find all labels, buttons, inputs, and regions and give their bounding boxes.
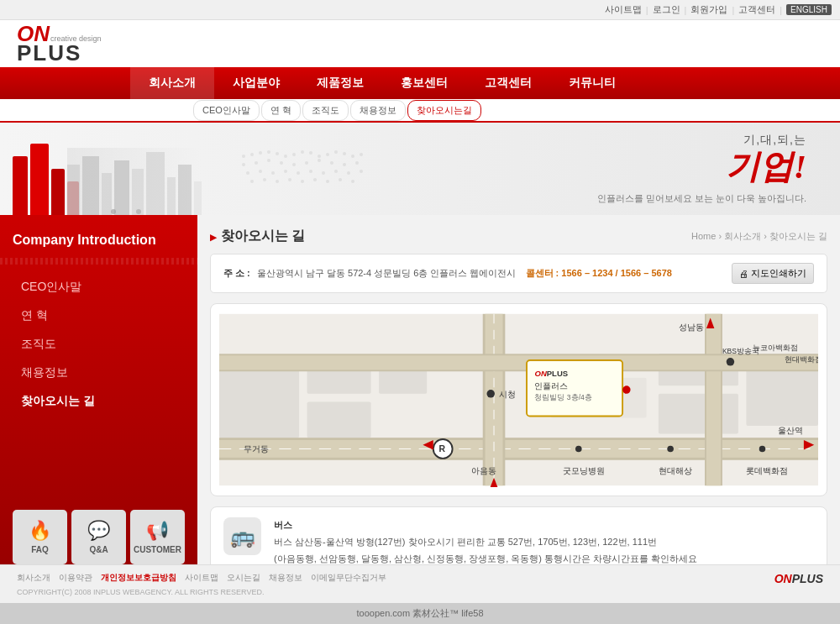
svg-rect-4 (132, 169, 144, 215)
customer-icon: 📢 (146, 520, 169, 542)
svg-point-19 (309, 151, 312, 155)
customer-button[interactable]: 📢 CUSTOMER (130, 510, 185, 564)
world-map-bg (227, 131, 496, 215)
svg-point-32 (318, 159, 321, 162)
footer-terms[interactable]: 이용약관 (59, 572, 92, 585)
address-text: 주 소 : 울산광역시 남구 달동 572-4 성문빌딩 6층 인플러스 웹에이… (223, 267, 672, 280)
nav-support[interactable]: 고객센터 (466, 67, 550, 99)
sub-navigation: CEO인사말 연 혁 조직도 채용정보 찾아오시는길 (0, 99, 840, 123)
subnav-history[interactable]: 연 혁 (261, 100, 301, 121)
subnav-ceo[interactable]: CEO인사말 (193, 100, 260, 121)
breadcrumb: Home › 회사소개 › 찾아오시는 길 (691, 230, 827, 243)
svg-point-45 (360, 170, 363, 173)
sidebar-org[interactable]: 조직도 (0, 330, 197, 359)
footer-sitemap[interactable]: 사이트맵 (185, 572, 218, 585)
svg-point-35 (355, 161, 359, 165)
svg-point-18 (301, 150, 304, 154)
main-content: 찾아오시는 길 Home › 회사소개 › 찾아오시는 길 주 소 : 울산광역… (197, 215, 840, 564)
svg-point-25 (360, 153, 363, 156)
svg-text:아음동: 아음동 (471, 466, 496, 475)
svg-text:굿모닝병원: 굿모닝병원 (563, 466, 605, 475)
svg-point-96 (727, 358, 735, 366)
nav-community[interactable]: 커뮤니티 (550, 67, 634, 99)
svg-text:인플러스: 인플러스 (535, 381, 569, 391)
nav-business[interactable]: 사업분야 (214, 67, 298, 99)
svg-point-21 (326, 153, 329, 156)
footer-nospam[interactable]: 이메일무단수집거부 (311, 572, 386, 585)
svg-point-79 (622, 385, 631, 394)
footer-recruit[interactable]: 채용정보 (269, 572, 302, 585)
svg-point-30 (292, 163, 296, 166)
sidebar-recruit[interactable]: 채용정보 (0, 359, 197, 387)
map-area: ON PLUS 인플러스 청림빌딩 3층/4층 성남동 시청 무거동 (210, 303, 827, 496)
svg-point-11 (242, 155, 245, 158)
signup-link[interactable]: 회원가입 (690, 3, 727, 16)
svg-point-40 (297, 171, 300, 175)
svg-text:성남동: 성남동 (679, 322, 704, 332)
support-link[interactable]: 고객센터 (738, 3, 775, 16)
svg-point-92 (667, 446, 674, 453)
svg-point-33 (330, 161, 333, 165)
map-svg: ON PLUS 인플러스 청림빌딩 3층/4층 성남동 시청 무거동 (219, 312, 818, 487)
watermark-text: tooopen.com 素材公社™ life58 (356, 607, 483, 620)
sidebar-directions[interactable]: 찾아오시는 길 (0, 387, 197, 416)
nav-company[interactable]: 회사소개 (130, 67, 214, 99)
print-button[interactable]: 🖨 지도인쇄하기 (732, 263, 814, 284)
svg-point-46 (250, 180, 254, 183)
building-2 (30, 144, 49, 215)
svg-point-43 (334, 170, 338, 173)
svg-point-26 (242, 163, 245, 166)
banner-left (0, 123, 185, 215)
sidebar-menu: CEO인사말 연 혁 조직도 채용정보 찾아오시는 길 (0, 265, 197, 424)
svg-point-14 (267, 150, 270, 154)
logo: ON creative design PLUS (17, 21, 151, 66)
footer-links: 회사소개 이용약관 개인정보보호급방침 사이트맵 오시는길 채용정보 이메일무단… (17, 572, 823, 585)
nav-pr[interactable]: 홍보센터 (382, 67, 466, 99)
svg-point-23 (343, 152, 346, 155)
svg-text:청림빌딩 3층/4층: 청림빌딩 3층/4층 (535, 393, 592, 401)
svg-text:무거동: 무거동 (244, 444, 269, 454)
sitemap-link[interactable]: 사이트맵 (605, 3, 642, 16)
svg-text:뉴코아백화점: 뉴코아백화점 (753, 343, 798, 352)
print-icon: 🖨 (739, 269, 748, 279)
svg-point-31 (305, 161, 308, 165)
svg-rect-0 (67, 165, 80, 215)
page-footer: 회사소개 이용약관 개인정보보호급방침 사이트맵 오시는길 채용정보 이메일무단… (0, 564, 840, 603)
svg-point-50 (301, 180, 304, 183)
sidebar-history[interactable]: 연 혁 (0, 302, 197, 330)
page-container: 사이트맵 | 로그인 | 회원가입 | 고객센터 | ENGLISH ON cr… (0, 0, 840, 624)
bus-icon: 🚌 (223, 517, 261, 555)
subnav-org[interactable]: 조직도 (302, 100, 349, 121)
english-button[interactable]: ENGLISH (786, 4, 832, 15)
svg-rect-62 (659, 394, 738, 434)
svg-point-52 (326, 180, 329, 183)
subnav-directions[interactable]: 찾아오시는길 (407, 100, 481, 121)
svg-text:현대해상: 현대해상 (659, 466, 692, 475)
footer-privacy[interactable]: 개인정보보호급방침 (101, 572, 176, 585)
svg-point-48 (276, 180, 279, 183)
svg-point-9 (111, 209, 116, 214)
footer-company[interactable]: 회사소개 (17, 572, 50, 585)
svg-point-34 (343, 163, 346, 166)
svg-rect-56 (219, 362, 299, 438)
watermark-bar: tooopen.com 素材公社™ life58 (0, 603, 840, 624)
city-skyline (67, 148, 202, 215)
svg-point-37 (259, 170, 262, 173)
svg-point-90 (575, 446, 582, 453)
footer-logo: ONPLUS (774, 572, 823, 585)
nav-products[interactable]: 제품정보 (298, 67, 382, 99)
header: ON creative design PLUS (0, 20, 840, 67)
banner-tagline-em: 기업! (726, 144, 806, 190)
sidebar-title: Company Introduction (0, 215, 197, 258)
faq-button[interactable]: 🔥 FAQ (13, 510, 67, 564)
subnav-recruit[interactable]: 채용정보 (350, 100, 406, 121)
main-navigation: 회사소개 사업분야 제품정보 홍보센터 고객센터 커뮤니티 (0, 67, 840, 99)
sidebar-ceo[interactable]: CEO인사말 (0, 273, 197, 302)
bus-text: 버스 버스 삼산동-울산역 방형(127번) 찾아오시기 편리한 교통 527번… (274, 517, 697, 564)
sidebar-divider (0, 258, 197, 265)
footer-directions[interactable]: 오시는길 (227, 572, 260, 585)
banner-desc: 인플러스를 믿어보세요 보는 눈이 다욱 높아집니다. (597, 192, 806, 205)
svg-point-82 (486, 390, 495, 398)
qa-button[interactable]: 💬 Q&A (71, 510, 126, 564)
login-link[interactable]: 로그인 (653, 3, 680, 16)
